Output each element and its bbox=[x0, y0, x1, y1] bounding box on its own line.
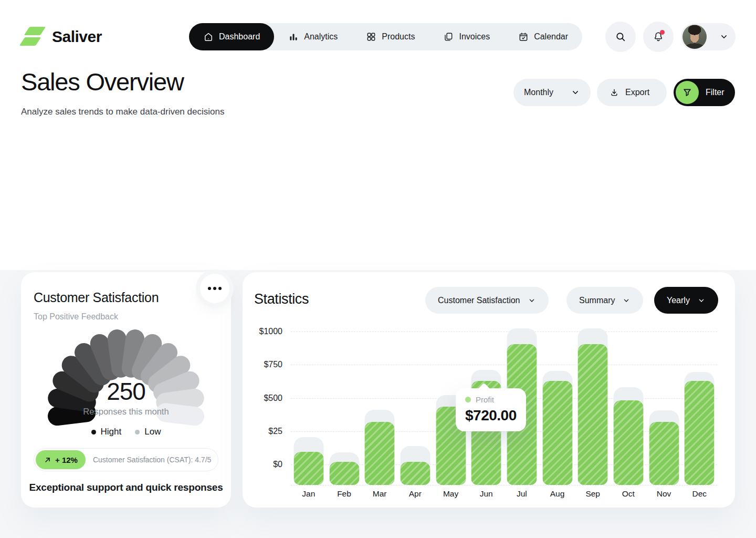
nav-label: Calendar bbox=[534, 32, 568, 42]
chart-slot-apr: Apr bbox=[397, 325, 433, 485]
nav-item-dashboard[interactable]: Dashboard bbox=[189, 23, 274, 50]
csat-score-badge: + 12% Customer Satisfaction (CSAT): 4.7/… bbox=[34, 448, 218, 471]
card-subtitle: Top Positive Feedback bbox=[34, 312, 118, 322]
y-tick-label: $500 bbox=[243, 394, 282, 403]
gauge-legend: Hight Low bbox=[21, 427, 231, 437]
dropdown-label: Customer Satisfaction bbox=[438, 296, 520, 305]
chart-slot-aug: Aug bbox=[540, 325, 575, 485]
y-tick-label: $0 bbox=[243, 460, 282, 469]
metric-dropdown[interactable]: Customer Satisfaction bbox=[425, 287, 549, 314]
nav-label: Products bbox=[382, 32, 415, 42]
legend-dot-high bbox=[91, 430, 96, 434]
chart-slot-mar: Mar bbox=[362, 325, 397, 485]
avatar bbox=[682, 25, 707, 49]
period-label: Monthly bbox=[524, 88, 553, 97]
page-title: Sales Overview bbox=[21, 67, 184, 96]
x-tick-label: Jul bbox=[504, 489, 540, 499]
y-tick-label: $1000 bbox=[243, 327, 282, 336]
chart-tooltip: Profit $720.00 bbox=[456, 388, 526, 431]
range-dropdown[interactable]: Yearly bbox=[654, 287, 718, 314]
x-tick-label: Sep bbox=[575, 489, 611, 499]
trend-value: + 12% bbox=[55, 456, 78, 464]
profit-bar-nov[interactable] bbox=[649, 422, 679, 485]
y-tick-label: $750 bbox=[243, 360, 282, 369]
gauge-caption: Responses this month bbox=[37, 407, 215, 417]
trend-pill: + 12% bbox=[36, 450, 86, 469]
card-title: Customer Satisfaction bbox=[34, 290, 159, 305]
filter-icon-circle bbox=[676, 81, 699, 104]
nav-item-invoices[interactable]: Invoices bbox=[429, 23, 504, 50]
statistics-card: Statistics Customer Satisfaction Summary… bbox=[243, 272, 735, 508]
nav-label: Analytics bbox=[304, 32, 338, 42]
x-tick-label: Aug bbox=[540, 489, 575, 499]
profit-bar-apr[interactable] bbox=[400, 462, 430, 485]
profit-bar-aug[interactable] bbox=[542, 381, 572, 485]
legend-label: Hight bbox=[101, 427, 122, 437]
arrow-up-right-icon bbox=[44, 456, 51, 464]
gauge-value: 250 bbox=[37, 377, 215, 406]
main-nav: Dashboard Analytics Products Invoices Ca… bbox=[189, 23, 582, 50]
nav-label: Invoices bbox=[459, 32, 490, 42]
nav-item-products[interactable]: Products bbox=[352, 23, 429, 50]
tooltip-value: $720.00 bbox=[465, 407, 517, 424]
legend-dot-low bbox=[135, 430, 140, 434]
csat-score-text: Customer Satisfaction (CSAT): 4.7/5 bbox=[93, 456, 211, 464]
customer-satisfaction-card: Customer Satisfaction Top Positive Feedb… bbox=[21, 272, 231, 508]
products-grid-icon bbox=[366, 32, 376, 42]
legend-item-low: Low bbox=[135, 427, 161, 437]
x-tick-label: May bbox=[433, 489, 469, 499]
summary-dropdown[interactable]: Summary bbox=[566, 287, 643, 314]
brand-logo: Saliver bbox=[21, 25, 102, 48]
tooltip-series-dot bbox=[465, 397, 471, 402]
notification-badge-dot bbox=[660, 30, 665, 35]
csat-footer-text: Exceptional support and quick responses bbox=[21, 482, 231, 493]
y-tick-label: $25 bbox=[243, 427, 282, 436]
satisfaction-gauge: 250 Responses this month bbox=[37, 325, 215, 422]
x-tick-label: Dec bbox=[681, 489, 717, 499]
chart-slot-dec: Dec bbox=[681, 325, 717, 485]
analytics-icon bbox=[288, 32, 299, 42]
dashboard-app: Saliver Dashboard Analytics Products Inv… bbox=[0, 0, 756, 538]
legend-label: Low bbox=[144, 427, 161, 437]
x-tick-label: Feb bbox=[327, 489, 362, 499]
chart-slot-oct: Oct bbox=[611, 325, 646, 485]
page-subtitle: Analyze sales trends to make data-driven… bbox=[21, 107, 224, 117]
profit-bar-mar[interactable] bbox=[365, 422, 395, 485]
brand-name: Saliver bbox=[52, 28, 102, 46]
dropdown-label: Summary bbox=[579, 296, 615, 305]
profit-bar-chart: $0$25$500$750$1000 JanFebMarAprMayJunJul… bbox=[243, 325, 735, 485]
search-button[interactable] bbox=[605, 22, 636, 52]
profit-bar-feb[interactable] bbox=[329, 462, 359, 485]
logo-icon bbox=[21, 25, 45, 48]
period-dropdown[interactable]: Monthly bbox=[513, 79, 591, 106]
filter-button[interactable]: Filter bbox=[674, 79, 735, 106]
profit-bar-dec[interactable] bbox=[685, 381, 715, 485]
profit-bar-jan[interactable] bbox=[293, 452, 323, 485]
chart-slot-sep: Sep bbox=[575, 325, 611, 485]
x-tick-label: Apr bbox=[397, 489, 433, 499]
nav-item-calendar[interactable]: Calendar bbox=[504, 23, 582, 50]
chart-baseline bbox=[291, 485, 717, 485]
nav-item-analytics[interactable]: Analytics bbox=[274, 23, 352, 50]
search-icon bbox=[615, 31, 626, 43]
filter-funnel-icon bbox=[682, 87, 692, 98]
chevron-down-icon bbox=[719, 32, 729, 42]
card-menu-button[interactable] bbox=[200, 274, 229, 303]
legend-item-high: Hight bbox=[91, 427, 122, 437]
chart-slot-nov: Nov bbox=[646, 325, 682, 485]
x-tick-label: Mar bbox=[362, 489, 397, 499]
chart-slot-jan: Jan bbox=[291, 325, 327, 485]
chevron-down-icon bbox=[571, 88, 580, 97]
notifications-button[interactable] bbox=[643, 22, 674, 52]
nav-label: Dashboard bbox=[219, 32, 260, 42]
home-icon bbox=[203, 32, 214, 42]
download-icon bbox=[610, 88, 619, 97]
calendar-icon bbox=[518, 32, 529, 42]
x-tick-label: Nov bbox=[646, 489, 682, 499]
dropdown-label: Yearly bbox=[667, 296, 690, 305]
profit-bar-sep[interactable] bbox=[578, 344, 608, 485]
export-button[interactable]: Export bbox=[597, 79, 667, 106]
profit-bar-oct[interactable] bbox=[613, 400, 643, 485]
profile-menu[interactable] bbox=[681, 23, 736, 50]
chart-slot-feb: Feb bbox=[327, 325, 362, 485]
